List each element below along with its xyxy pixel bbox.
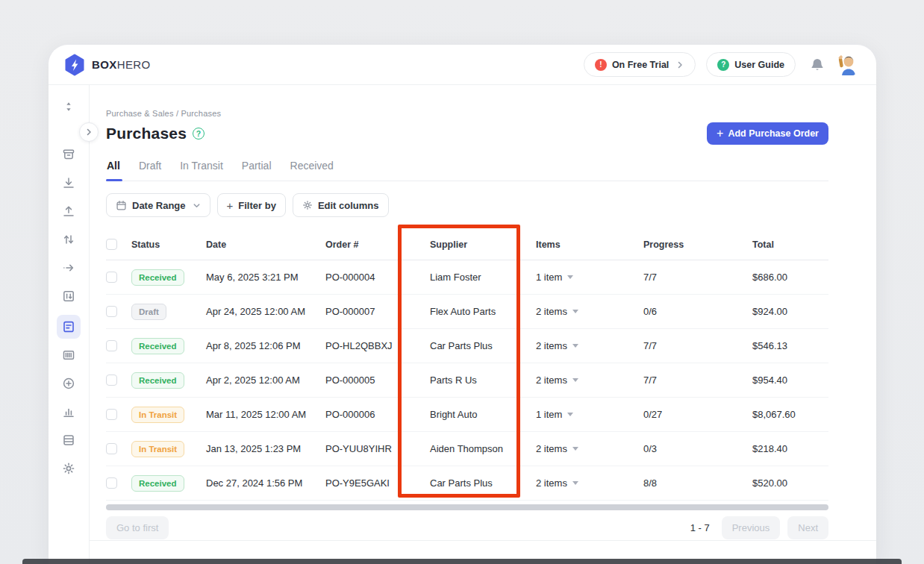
row-checkbox[interactable]: [106, 306, 117, 317]
stock-move-icon[interactable]: [59, 258, 78, 278]
brand-name: BOXHERO: [92, 58, 151, 71]
items-label: 1 item: [536, 272, 562, 283]
select-all-checkbox[interactable]: [106, 239, 117, 250]
triangle-down-icon: [567, 275, 573, 279]
add-purchase-order-button[interactable]: + Add Purchase Order: [707, 122, 828, 145]
bell-icon[interactable]: [809, 57, 825, 73]
order-number-cell: PO-000004: [325, 272, 430, 283]
column-header-order: Order #: [325, 239, 430, 250]
breadcrumb[interactable]: Purchase & Sales / Purchases: [106, 109, 828, 118]
date-cell: Jan 13, 2025 1:23 PM: [206, 443, 325, 454]
items-dropdown[interactable]: 2 items: [536, 375, 643, 386]
row-checkbox[interactable]: [106, 409, 117, 420]
items-dropdown[interactable]: 1 item: [536, 409, 643, 420]
items-dropdown[interactable]: 2 items: [536, 340, 643, 351]
progress-cell: 0/3: [643, 443, 752, 454]
date-range-button[interactable]: Date Range: [106, 193, 210, 217]
date-cell: Dec 27, 2024 1:56 PM: [206, 477, 325, 489]
tab-partial[interactable]: Partial: [241, 155, 272, 181]
plus-icon: +: [227, 199, 234, 212]
total-cell: $924.00: [752, 306, 828, 317]
triangle-down-icon: [572, 378, 578, 382]
total-cell: $520.00: [752, 477, 828, 489]
progress-cell: 0/6: [643, 306, 752, 317]
tabs: AllDraftIn TransitPartialReceived: [106, 155, 828, 181]
chevron-right-icon: [675, 60, 684, 69]
user-guide-button[interactable]: ? User Guide: [706, 52, 796, 77]
row-checkbox[interactable]: [106, 340, 117, 351]
analytics-icon[interactable]: [59, 402, 78, 422]
transactions-icon[interactable]: [59, 286, 78, 306]
row-checkbox[interactable]: [106, 375, 117, 386]
date-cell: Apr 8, 2025 12:06 PM: [206, 340, 325, 351]
purchase-sales-icon[interactable]: [57, 315, 81, 339]
column-header-progress: Progress: [643, 239, 752, 250]
progress-cell: 7/7: [643, 340, 752, 351]
stock-out-icon[interactable]: [59, 201, 78, 221]
horizontal-scrollbar[interactable]: [106, 504, 828, 510]
row-checkbox[interactable]: [106, 443, 117, 454]
gear-icon: [302, 200, 313, 210]
filter-by-button[interactable]: + Filter by: [217, 193, 286, 217]
row-checkbox[interactable]: [106, 272, 117, 283]
tab-in-transit[interactable]: In Transit: [179, 155, 224, 181]
table-row: Received Dec 27, 2024 1:56 PM PO-Y9E5GAK…: [106, 466, 828, 501]
table-row: In Transit Mar 11, 2025 12:00 AM PO-0000…: [106, 398, 828, 432]
previous-page-button[interactable]: Previous: [722, 516, 781, 539]
edit-columns-label: Edit columns: [318, 200, 379, 211]
items-label: 2 items: [536, 340, 567, 351]
items-dropdown[interactable]: 2 items: [536, 443, 643, 454]
total-cell: $954.40: [752, 375, 828, 386]
barcode-icon[interactable]: [59, 345, 78, 365]
chevron-down-icon: [193, 201, 201, 210]
background-window-edge: [22, 559, 902, 564]
question-circle-icon: ?: [717, 59, 729, 71]
items-dropdown[interactable]: 2 items: [536, 477, 643, 489]
supplier-cell: Car Parts Plus: [430, 340, 536, 351]
tab-draft[interactable]: Draft: [138, 155, 162, 181]
next-page-button[interactable]: Next: [787, 516, 828, 539]
sidebar: [49, 85, 90, 564]
page-help-icon[interactable]: ?: [193, 128, 205, 140]
workspace-switcher-icon[interactable]: [59, 97, 78, 116]
app-window: BOXHERO ! On Free Trial ? User Guide: [49, 45, 876, 564]
filter-row: Date Range + Filter by Edit columns: [106, 193, 828, 217]
edit-columns-button[interactable]: Edit columns: [293, 193, 389, 217]
items-label: 2 items: [536, 306, 567, 317]
stock-adjust-icon[interactable]: [59, 230, 78, 249]
total-cell: $218.40: [752, 443, 828, 454]
items-dropdown[interactable]: 1 item: [536, 272, 643, 283]
row-checkbox[interactable]: [106, 477, 117, 489]
data-center-icon[interactable]: [59, 430, 78, 450]
stock-in-icon[interactable]: [59, 173, 78, 192]
items-dropdown[interactable]: 2 items: [536, 306, 643, 317]
add-purchase-order-label: Add Purchase Order: [728, 128, 819, 139]
inventory-box-icon[interactable]: [59, 145, 78, 164]
go-to-first-button[interactable]: Go to first: [106, 516, 169, 539]
order-number-cell: PO-HL2QBBXJ: [325, 340, 430, 351]
total-cell: $8,067.60: [752, 409, 828, 420]
table-row: Received Apr 8, 2025 12:06 PM PO-HL2QBBX…: [106, 329, 828, 363]
total-cell: $686.00: [752, 272, 828, 283]
user-avatar[interactable]: [836, 53, 860, 77]
supplier-cell: Bright Auto: [430, 409, 536, 420]
page-title: Purchases: [106, 125, 187, 142]
date-cell: May 6, 2025 3:21 PM: [206, 272, 325, 283]
settings-gear-icon[interactable]: [59, 459, 78, 478]
items-label: 2 items: [536, 477, 567, 489]
status-badge: Draft: [131, 304, 166, 320]
column-header-status: Status: [131, 239, 206, 250]
plus-icon: +: [717, 127, 723, 140]
pagination: Go to first 1 - 7 Previous Next: [106, 516, 828, 539]
status-badge: Received: [131, 269, 184, 286]
supplier-cell: Aiden Thompson: [430, 443, 536, 454]
status-badge: Received: [131, 372, 184, 389]
tab-received[interactable]: Received: [290, 155, 334, 181]
table-header-row: Status Date Order # Supplier Items Progr…: [106, 229, 828, 260]
tab-all[interactable]: All: [106, 155, 121, 181]
user-guide-label: User Guide: [734, 60, 784, 70]
add-item-icon[interactable]: [59, 374, 78, 393]
status-badge: Received: [131, 475, 184, 492]
items-label: 2 items: [536, 375, 567, 386]
on-free-trial-button[interactable]: ! On Free Trial: [584, 52, 696, 77]
